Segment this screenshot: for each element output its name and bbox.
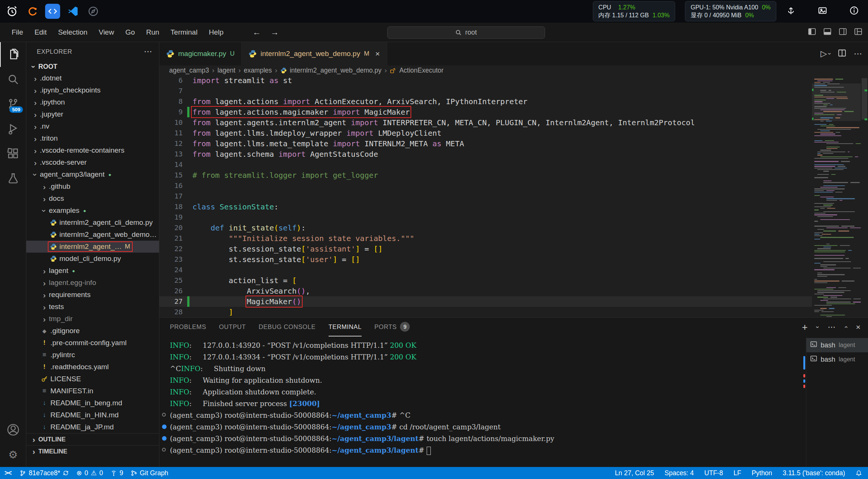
menu-edit[interactable]: Edit	[29, 26, 53, 39]
tree-item-.vscode-remote-containers[interactable]: ›.vscode-remote-containers	[26, 144, 159, 156]
panel-tab-terminal[interactable]: TERMINAL	[329, 318, 362, 337]
menu-view[interactable]: View	[93, 26, 120, 39]
code-line-22[interactable]: 22 st.session_state['assistant'] = []	[159, 244, 868, 254]
vscode-logo-icon[interactable]	[65, 4, 80, 19]
tree-item-internlm2_agent_web_demo.py[interactable]: internlm2_agent_web_demo.pyM	[26, 241, 159, 253]
scrollbar-slider[interactable]	[862, 78, 867, 120]
tree-item-model_cli_demo.py[interactable]: model_cli_demo.py	[26, 253, 159, 265]
activity-search[interactable]	[0, 67, 26, 92]
tree-item-.triton[interactable]: ›.triton	[26, 132, 159, 144]
code-line-14[interactable]: 14	[159, 159, 868, 170]
overview-ruler[interactable]	[861, 75, 868, 317]
close-panel-icon[interactable]: ×	[856, 323, 860, 332]
panel-tab-problems[interactable]: PROBLEMS	[170, 318, 206, 337]
activity-source-control[interactable]: 509	[0, 92, 26, 117]
crumb-symbol[interactable]: ActionExecutor	[399, 67, 444, 74]
git-graph-button[interactable]: Git Graph	[127, 467, 172, 479]
code-line-20[interactable]: 20 def init_state(self):	[159, 223, 868, 233]
tree-root[interactable]: › ROOT	[26, 61, 159, 72]
tree-item-.pylintrc[interactable]: ≡.pylintrc	[26, 349, 159, 361]
compass-icon[interactable]	[86, 4, 101, 19]
crumb-folder[interactable]: examples	[244, 67, 272, 74]
run-python-file-button[interactable]: ▷ ›	[821, 49, 830, 59]
terminal-dropdown-icon[interactable]: ›	[814, 326, 821, 328]
tree-item-.dotnet[interactable]: ›.dotnet	[26, 72, 159, 84]
new-terminal-icon[interactable]: +	[802, 321, 807, 333]
crumb-folder[interactable]: agent_camp3	[169, 67, 209, 74]
code-line-8[interactable]: 8from lagent.actions import ActionExecut…	[159, 96, 868, 107]
info-icon[interactable]	[849, 6, 859, 17]
code-app-icon[interactable]	[45, 4, 60, 19]
tree-item-.pre-commit-config.yaml[interactable]: !.pre-commit-config.yaml	[26, 337, 159, 349]
minimap[interactable]	[812, 75, 861, 317]
openxlab-logo-icon[interactable]	[25, 4, 40, 19]
tree-item-.ipynb_checkpoints[interactable]: ›.ipynb_checkpoints	[26, 84, 159, 96]
code-line-12[interactable]: 12from lagent.llms.meta_template import …	[159, 138, 868, 149]
menu-go[interactable]: Go	[120, 26, 140, 39]
code-line-17[interactable]: 17	[159, 191, 868, 202]
tree-item-.vscode-server[interactable]: ›.vscode-server	[26, 156, 159, 168]
terminal-output[interactable]: INFO: 127.0.0.1:43920 - “POST /v1/comple…	[159, 337, 806, 467]
tree-item-lagent[interactable]: ›lagent●	[26, 265, 159, 277]
indentation[interactable]: Spaces: 4	[665, 469, 694, 477]
tree-item-MANIFEST.in[interactable]: ≡MANIFEST.in	[26, 385, 159, 397]
explorer-more-actions-icon[interactable]: ⋯	[144, 47, 153, 56]
cursor-position[interactable]: Ln 27, Col 25	[615, 469, 654, 477]
activity-run-debug[interactable]	[0, 117, 26, 141]
encoding[interactable]: UTF-8	[704, 469, 723, 477]
python-interpreter[interactable]: 3.11.5 ('base': conda)	[783, 469, 845, 477]
problems-status[interactable]: ⊗ 0 ⚠ 0	[73, 467, 107, 479]
tree-item-docs[interactable]: ›docs	[26, 193, 159, 205]
terminal-instance-1[interactable]: bashlagent	[806, 338, 868, 352]
panel-tab-ports[interactable]: PORTS9	[374, 318, 410, 337]
code-line-25[interactable]: 25 action_list = [	[159, 275, 868, 286]
panel-more-actions-icon[interactable]: ⋯	[828, 323, 836, 332]
code-line-10[interactable]: 10from lagent.agents.internlm2_agent imp…	[159, 117, 868, 128]
crumb-file[interactable]: internlm2_agent_web_demo.py	[290, 67, 382, 74]
code-line-18[interactable]: 18class SessionState:	[159, 202, 868, 212]
menu-help[interactable]: Help	[203, 26, 229, 39]
menu-file[interactable]: File	[6, 26, 29, 39]
tree-item-examples[interactable]: ›examples●	[26, 205, 159, 217]
back-button[interactable]: ←	[253, 27, 261, 37]
maximize-panel-icon[interactable]: ›	[842, 326, 850, 328]
notifications-bell-icon[interactable]	[856, 470, 862, 476]
toggle-secondary-sidebar-icon[interactable]	[838, 27, 847, 38]
editor-code-area[interactable]: 6import streamlit as st78from lagent.act…	[159, 75, 868, 317]
panel-tab-output[interactable]: OUTPUT	[219, 318, 246, 337]
outline-section[interactable]: › OUTLINE	[26, 433, 159, 445]
code-line-16[interactable]: 16	[159, 180, 868, 191]
toggle-panel-icon[interactable]	[823, 27, 832, 38]
intern-studio-logo-icon[interactable]	[5, 4, 20, 19]
split-editor-icon[interactable]	[838, 49, 846, 59]
code-line-13[interactable]: 13from lagent.schema import AgentStatusC…	[159, 149, 868, 159]
tree-item-requirements[interactable]: ›requirements	[26, 289, 159, 301]
code-line-24[interactable]: 24	[159, 265, 868, 275]
tree-item-.gitignore[interactable]: ◆.gitignore	[26, 325, 159, 337]
code-line-27[interactable]: 27 MagicMaker()	[159, 296, 868, 307]
tree-item-internlm2_agent_cli_demo.py[interactable]: internlm2_agent_cli_demo.py	[26, 217, 159, 229]
tree-item-README_in_beng.md[interactable]: ↓README_in_beng.md	[26, 397, 159, 409]
menu-selection[interactable]: Selection	[52, 26, 93, 39]
tree-item-tests[interactable]: ›tests	[26, 301, 159, 313]
code-line-9[interactable]: 9from lagent.actions.magicmaker import M…	[159, 107, 868, 117]
activity-accounts[interactable]	[0, 417, 26, 442]
eol-sequence[interactable]: LF	[733, 469, 741, 477]
tree-item-LICENSE[interactable]: LICENSE	[26, 373, 159, 385]
tree-item-agent_camp3/lagent[interactable]: ›agent_camp3/lagent●	[26, 168, 159, 180]
forwarded-ports-status[interactable]: 9	[107, 467, 127, 479]
tab-magicmaker[interactable]: magicmaker.py U	[159, 42, 242, 65]
activity-settings[interactable]: ⚙	[0, 442, 26, 467]
tab-internlm2-agent-web-demo[interactable]: internlm2_agent_web_demo.py M ×	[242, 42, 387, 65]
customize-layout-icon[interactable]	[854, 27, 863, 38]
menu-run[interactable]: Run	[141, 26, 165, 39]
tree-item-tmp_dir[interactable]: ›tmp_dir	[26, 313, 159, 325]
code-line-11[interactable]: 11from lagent.llms.lmdeploy_wrapper impo…	[159, 128, 868, 138]
command-center-search[interactable]: root	[387, 26, 545, 39]
remote-indicator[interactable]: ><	[0, 467, 16, 479]
activity-extensions[interactable]	[0, 141, 26, 166]
git-branch-status[interactable]: 81e7ace8*	[16, 467, 73, 479]
tree-item-README_in_HIN.md[interactable]: ↓README_in_HIN.md	[26, 409, 159, 421]
timeline-section[interactable]: › TIMELINE	[26, 445, 159, 457]
panel-tab-debug-console[interactable]: DEBUG CONSOLE	[259, 318, 316, 337]
